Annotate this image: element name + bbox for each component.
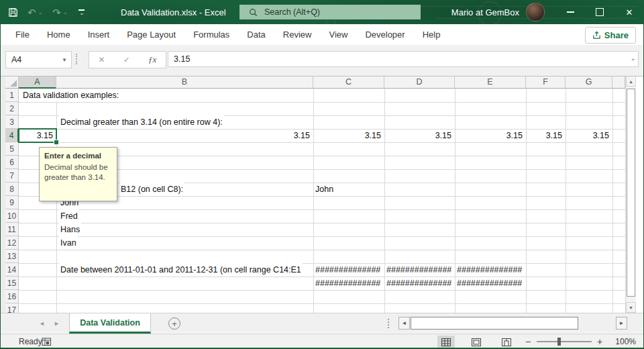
ribbon-tab-review[interactable]: Review [274, 24, 321, 45]
fill-handle[interactable] [54, 140, 59, 145]
zoom-out-icon[interactable]: − [525, 334, 531, 349]
scroll-left-icon[interactable]: ◄ [398, 317, 410, 330]
close-button[interactable]: ✕ [614, 0, 644, 24]
name-box-dropdown-icon[interactable]: ▾ [58, 56, 71, 63]
cell-B3[interactable]: Decimal greater than 3.14 (on entire row… [59, 115, 224, 129]
zoom-in-icon[interactable]: + [597, 334, 602, 349]
row-header-4[interactable]: 4 [5, 129, 19, 142]
expand-formula-bar-icon[interactable]: ⌄ [631, 54, 636, 62]
normal-view-button[interactable] [437, 336, 455, 348]
tab-scrollbar-separator [388, 319, 389, 328]
row-header-5[interactable]: 5 [5, 142, 19, 156]
search-box[interactable]: Search (Alt+Q) [239, 5, 421, 19]
page-break-view-button[interactable] [498, 336, 515, 348]
column-header-C[interactable]: C [313, 76, 384, 89]
row-header-3[interactable]: 3 [5, 115, 19, 129]
cell-G4[interactable]: 3.15 [566, 129, 609, 142]
cell-E14[interactable]: ############## [457, 263, 525, 277]
enter-icon[interactable]: ✓ [123, 55, 130, 64]
cell-B8[interactable]: B12 (on cell C8): [119, 183, 184, 196]
cell-E4[interactable]: 3.15 [455, 129, 523, 142]
ribbon-tab-file[interactable]: File [7, 24, 38, 45]
share-button[interactable]: Share [585, 27, 636, 44]
zoom-slider-thumb[interactable] [557, 338, 561, 346]
page-layout-view-button[interactable] [468, 336, 485, 348]
column-header-D[interactable]: D [384, 76, 455, 89]
new-sheet-button[interactable]: + [168, 317, 180, 330]
cell-B4[interactable]: 3.15 [57, 129, 310, 142]
cancel-icon[interactable]: ✕ [99, 55, 105, 64]
ribbon-tab-data[interactable]: Data [238, 24, 274, 45]
cell-B12[interactable]: Ivan [59, 236, 78, 250]
formula-input[interactable]: 3.15 [168, 51, 639, 67]
insert-function-icon[interactable]: ƒx [148, 54, 156, 65]
row-header-15[interactable]: 15 [5, 277, 19, 290]
ribbon-tab-help[interactable]: Help [414, 24, 449, 45]
record-macro-button[interactable] [42, 337, 52, 349]
gridline-horizontal [19, 223, 625, 223]
minimize-button[interactable] [555, 0, 585, 24]
column-header-G[interactable]: G [566, 76, 612, 89]
name-box[interactable]: A4 ▾ [5, 51, 72, 68]
cell-C15[interactable]: ############## [315, 277, 383, 290]
tab-nav-right-icon[interactable]: ► [54, 313, 60, 334]
row-header-13[interactable]: 13 [5, 250, 19, 263]
tab-nav-left-icon[interactable]: ◄ [39, 313, 45, 334]
row-header-12[interactable]: 12 [5, 236, 19, 250]
cell-B10[interactable]: Fred [59, 209, 79, 223]
row-header-17[interactable]: 17 [5, 303, 19, 313]
cell-B11[interactable]: Hans [59, 223, 81, 236]
cell-F4[interactable]: 3.15 [527, 129, 562, 142]
undo-button[interactable]: ↶ ⌄ [28, 7, 43, 17]
formula-buttons: ✕ ✓ ƒx [89, 51, 166, 68]
avatar[interactable] [526, 3, 545, 21]
sheet-tab-data-validation[interactable]: Data Validation [69, 313, 151, 334]
row-header-6[interactable]: 6 [5, 156, 19, 169]
cell-D15[interactable]: ############## [386, 277, 453, 290]
ribbon-tab-view[interactable]: View [320, 24, 356, 45]
maximize-icon [596, 8, 604, 16]
column-header-E[interactable]: E [455, 76, 526, 89]
save-button[interactable] [8, 7, 18, 17]
ribbon-tab-insert[interactable]: Insert [79, 24, 119, 45]
row-header-10[interactable]: 10 [5, 209, 19, 223]
vertical-scrollbar[interactable]: ▲ ▼ [625, 76, 636, 313]
maximize-button[interactable] [585, 0, 614, 24]
column-header-A[interactable]: A [19, 76, 56, 89]
select-all-corner[interactable] [5, 76, 19, 89]
row-header-7[interactable]: 7 [5, 169, 19, 183]
column-header-B[interactable]: B [56, 76, 313, 89]
ribbon-tab-formulas[interactable]: Formulas [184, 24, 238, 45]
ribbon-tab-developer[interactable]: Developer [356, 24, 413, 45]
customize-quick-access-button[interactable]: ⌄ [78, 9, 85, 15]
horizontal-scrollbar-thumb[interactable] [411, 317, 578, 330]
row-header-8[interactable]: 8 [5, 183, 19, 196]
scroll-down-icon[interactable]: ▼ [626, 302, 636, 313]
active-cell-border[interactable] [18, 128, 57, 143]
row-header-2[interactable]: 2 [5, 102, 19, 115]
cell-B14[interactable]: Date between 2011-01-01 and 2011-12-31 (… [59, 263, 303, 277]
row-header-16[interactable]: 16 [5, 290, 19, 303]
row-header-14[interactable]: 14 [5, 263, 19, 277]
ribbon-tab-home[interactable]: Home [38, 24, 79, 45]
redo-button[interactable]: ↷ ⌄ [52, 7, 68, 17]
row-header-11[interactable]: 11 [5, 223, 19, 236]
zoom-slider-track[interactable] [537, 341, 592, 342]
column-header-F[interactable]: F [526, 76, 566, 89]
row-header-9[interactable]: 9 [5, 196, 19, 209]
sheet-tab-bar: ◄ ► Data Validation + ◄ ► [0, 313, 644, 333]
row-header-1[interactable]: 1 [5, 89, 19, 102]
ribbon-tab-page-layout[interactable]: Page Layout [118, 24, 184, 45]
cell-D4[interactable]: 3.15 [385, 129, 451, 142]
cell-C8[interactable]: John [315, 183, 383, 196]
cell-E15[interactable]: ############## [457, 277, 525, 290]
cell-C14[interactable]: ############## [315, 263, 383, 277]
scroll-right-icon[interactable]: ► [616, 317, 627, 330]
scroll-up-icon[interactable]: ▲ [626, 76, 636, 87]
cell-C4[interactable]: 3.15 [314, 129, 381, 142]
account-area[interactable]: Mario at GemBox [451, 0, 545, 24]
share-label: Share [604, 30, 629, 40]
cell-A1[interactable]: Data validation examples: [21, 89, 120, 102]
vertical-scrollbar-thumb[interactable] [627, 89, 635, 297]
cell-D14[interactable]: ############## [386, 263, 453, 277]
